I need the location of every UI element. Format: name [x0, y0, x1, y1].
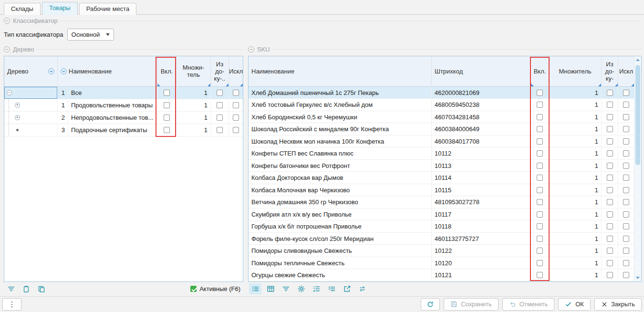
excl-checkbox[interactable] — [623, 138, 629, 145]
from-doc-checkbox[interactable] — [217, 102, 223, 108]
excl-cell[interactable] — [618, 196, 634, 208]
from-doc-cell[interactable] — [602, 147, 618, 159]
col-header-vkl[interactable]: Вкл. — [157, 56, 177, 86]
save-button[interactable]: Сохранить — [444, 298, 499, 311]
from-doc-checkbox[interactable] — [217, 114, 223, 121]
excl-cell[interactable] — [618, 220, 634, 232]
from-doc-checkbox[interactable] — [607, 138, 613, 145]
excl-checkbox[interactable] — [233, 90, 239, 96]
from-doc-checkbox[interactable] — [607, 199, 613, 205]
tree-row[interactable]: 3Подарочные сертификаты1 — [4, 124, 243, 136]
vkl-cell[interactable] — [531, 99, 549, 111]
sku-row[interactable]: Огурцы свежие Свежесть101211 — [249, 269, 634, 281]
vkl-checkbox[interactable] — [537, 272, 543, 278]
from-doc-checkbox[interactable] — [217, 127, 223, 133]
tree-expand-icon[interactable] — [15, 115, 20, 120]
from-doc-checkbox[interactable] — [607, 150, 613, 156]
tree-cell[interactable] — [4, 87, 58, 99]
excl-cell[interactable] — [618, 160, 634, 172]
tab-sklady[interactable]: Склады — [4, 3, 41, 15]
vertical-scrollbar[interactable] — [634, 56, 641, 281]
from-doc-cell[interactable] — [211, 99, 229, 111]
excl-checkbox[interactable] — [623, 163, 629, 169]
tree-cell[interactable] — [4, 112, 58, 124]
vkl-checkbox[interactable] — [537, 211, 543, 218]
sku-row[interactable]: Горбуша х/к б/г потрошеная Приволье10118… — [249, 220, 634, 233]
excl-checkbox[interactable] — [233, 114, 239, 121]
vkl-cell[interactable] — [531, 135, 549, 147]
excl-cell[interactable] — [229, 124, 243, 136]
from-doc-checkbox[interactable] — [217, 90, 223, 96]
col-header-excl[interactable]: Искл — [618, 56, 634, 86]
sort-icon[interactable] — [48, 68, 54, 74]
col-header-barcode[interactable]: Штрихкод — [432, 56, 531, 86]
vkl-checkbox[interactable] — [164, 127, 170, 133]
refresh-button[interactable] — [421, 298, 440, 311]
filter-icon[interactable] — [5, 283, 17, 294]
from-doc-cell[interactable] — [602, 184, 618, 196]
excl-checkbox[interactable] — [623, 199, 629, 205]
collapse-group-icon[interactable] — [4, 46, 10, 52]
from-doc-cell[interactable] — [602, 160, 618, 172]
multiplier-cell[interactable]: 1 — [549, 99, 602, 111]
scroll-down-icon[interactable] — [634, 274, 641, 281]
sku-row[interactable]: Хлеб тостовый Геркулес в/с Хлебный дом46… — [249, 99, 634, 111]
from-doc-checkbox[interactable] — [607, 236, 613, 242]
col-header-excl[interactable]: Искл — [229, 56, 243, 86]
excl-checkbox[interactable] — [623, 248, 629, 254]
multiplier-cell[interactable]: 1 — [177, 87, 211, 99]
menu-button[interactable]: ⋮ — [2, 298, 21, 311]
excl-cell[interactable] — [618, 147, 634, 159]
from-doc-cell[interactable] — [602, 111, 618, 123]
vkl-checkbox[interactable] — [164, 114, 170, 121]
close-button[interactable]: Закрыть — [594, 298, 642, 311]
vkl-checkbox[interactable] — [537, 199, 543, 205]
excl-checkbox[interactable] — [623, 102, 629, 108]
excl-checkbox[interactable] — [623, 114, 629, 120]
checklist-icon[interactable] — [325, 283, 338, 294]
vkl-checkbox[interactable] — [537, 175, 543, 181]
multiplier-cell[interactable]: 1 — [549, 245, 602, 257]
active-filter-toggle[interactable]: Активные (F6) — [190, 285, 240, 292]
sku-row[interactable]: Скумбрия атл х/к в/у вес Приволье101171 — [249, 208, 634, 221]
excl-cell[interactable] — [618, 208, 634, 220]
sku-row[interactable]: Помидоры тепличные Свежесть101201 — [249, 257, 634, 270]
from-doc-checkbox[interactable] — [607, 187, 613, 193]
sku-row[interactable]: Ветчина домашняя 350 гр Черкизово4810953… — [249, 196, 634, 208]
excl-cell[interactable] — [229, 87, 243, 99]
excl-cell[interactable] — [618, 99, 634, 111]
vkl-cell[interactable] — [531, 147, 549, 159]
excl-cell[interactable] — [229, 112, 243, 124]
from-doc-cell[interactable] — [602, 208, 618, 220]
excl-cell[interactable] — [618, 111, 634, 123]
from-doc-checkbox[interactable] — [607, 102, 613, 108]
excl-cell[interactable] — [618, 269, 634, 281]
col-header-multiplier[interactable]: Множитель — [549, 56, 602, 86]
multiplier-cell[interactable]: 1 — [549, 160, 602, 172]
from-doc-cell[interactable] — [602, 269, 618, 281]
tree-collapse-icon[interactable] — [7, 90, 12, 95]
from-doc-cell[interactable] — [602, 172, 618, 184]
multiplier-cell[interactable]: 1 — [549, 172, 602, 184]
excl-checkbox[interactable] — [233, 127, 239, 133]
col-header-from-doc[interactable]: Из до- ку- — [602, 56, 618, 86]
from-doc-checkbox[interactable] — [607, 260, 613, 266]
sku-row[interactable]: Конфеты батончики вес Ротфронт101131 — [249, 160, 634, 172]
from-doc-cell[interactable] — [602, 135, 618, 147]
tree-expand-icon[interactable] — [15, 103, 20, 108]
multiplier-cell[interactable]: 1 — [549, 87, 602, 99]
multiplier-cell[interactable]: 1 — [549, 269, 602, 281]
list-view-icon[interactable] — [249, 283, 261, 294]
vkl-cell[interactable] — [157, 112, 177, 124]
sync-icon[interactable] — [356, 283, 368, 294]
vkl-cell[interactable] — [531, 87, 549, 99]
multiplier-cell[interactable]: 1 — [177, 99, 211, 111]
from-doc-checkbox[interactable] — [607, 114, 613, 120]
vkl-checkbox[interactable] — [164, 102, 170, 108]
filter-icon[interactable] — [280, 283, 292, 294]
vkl-checkbox[interactable] — [537, 260, 543, 266]
from-doc-cell[interactable] — [602, 196, 618, 208]
col-header-name[interactable]: Наименование — [249, 56, 432, 86]
ok-button[interactable]: ОК — [558, 298, 591, 311]
grid-view-icon[interactable] — [264, 283, 277, 294]
